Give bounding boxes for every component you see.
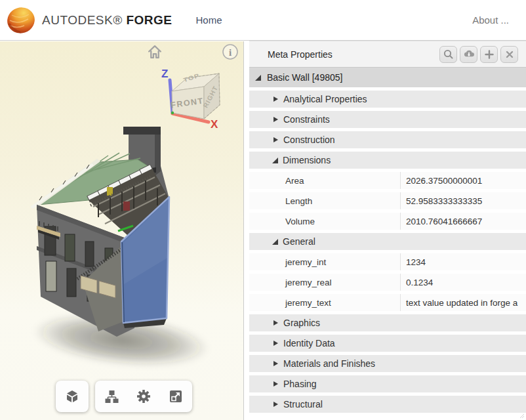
- home-icon: [146, 43, 163, 60]
- plus-icon: [483, 48, 496, 61]
- fullscreen-button[interactable]: [161, 382, 190, 411]
- cloud-download-icon: [462, 48, 475, 61]
- x-axis-label: X: [211, 118, 218, 131]
- panel-toolbar: [439, 46, 518, 63]
- property-row-jeremy-int[interactable]: jeremy_int 1234: [249, 253, 526, 270]
- property-row-jeremy-text[interactable]: jeremy_text text value updated in forge …: [249, 294, 526, 311]
- z-axis-label: Z: [161, 68, 168, 80]
- triangle-collapsed-icon: [273, 117, 278, 122]
- triangle-collapsed-icon: [273, 341, 278, 346]
- tree-section-materials-and-finishes[interactable]: Materials and Finishes: [249, 355, 526, 372]
- property-value: 0.1234: [400, 274, 526, 291]
- section-label: Structural: [283, 399, 323, 410]
- property-name: Volume: [249, 213, 400, 230]
- tree-section-construction[interactable]: Construction: [249, 131, 526, 148]
- property-name: jeremy_int: [249, 253, 400, 270]
- search-icon: [442, 48, 455, 61]
- root-label: Basic Wall [49805]: [267, 72, 342, 83]
- model-structure-button[interactable]: [97, 382, 126, 411]
- model-structure-icon: [104, 388, 119, 404]
- tree-section-graphics[interactable]: Graphics: [249, 314, 526, 331]
- tower-cap: [123, 127, 161, 135]
- property-row-jeremy-real[interactable]: jeremy_real 0.1234: [249, 274, 526, 291]
- tree-section-structural[interactable]: Structural: [249, 396, 526, 413]
- triangle-expanded-icon: [272, 239, 278, 245]
- meta-properties-panel: Meta Properties: [249, 41, 526, 420]
- triangle-collapsed-icon: [273, 137, 278, 142]
- settings-gear-icon: [136, 388, 152, 404]
- property-value: 2010.76041666667: [400, 213, 526, 230]
- forge-viewer-app: AUTODESK® FORGE Home About ...: [0, 0, 526, 420]
- tree-section-phasing[interactable]: Phasing: [249, 375, 526, 392]
- triangle-expanded-icon: [272, 158, 278, 163]
- add-button[interactable]: [480, 46, 498, 63]
- y-axis-origin-dot: [171, 112, 174, 114]
- property-value: text value updated in forge a: [400, 294, 526, 311]
- view-cube[interactable]: Z X TOP FRONT RIGHT: [156, 61, 230, 132]
- info-icon: i: [222, 43, 239, 60]
- home-view-button[interactable]: [146, 43, 164, 61]
- top-nav: AUTODESK® FORGE Home About ...: [0, 0, 526, 41]
- svg-text:i: i: [229, 47, 232, 58]
- panel-title: Meta Properties: [268, 49, 333, 60]
- property-value: 52.9583333333335: [400, 192, 526, 209]
- section-label: Dimensions: [283, 155, 331, 165]
- panel-resize-grip[interactable]: [519, 413, 525, 419]
- brand-autodesk: AUTODESK®: [42, 13, 123, 27]
- tree-section-constraints[interactable]: Constraints: [249, 111, 526, 128]
- property-value: 2026.37500000001: [400, 172, 526, 189]
- triangle-collapsed-icon: [273, 381, 278, 387]
- model-tools-button[interactable]: [58, 382, 87, 411]
- section-label: Analytical Properties: [283, 94, 367, 104]
- model-cube-icon: [64, 388, 80, 404]
- tree-section-identity-data[interactable]: Identity Data: [249, 335, 526, 352]
- property-name: Length: [249, 192, 400, 209]
- toolbar-group-tools: [95, 381, 192, 412]
- nav-link-about[interactable]: About ...: [472, 14, 509, 26]
- section-label: Materials and Finishes: [283, 358, 375, 369]
- tree-section-analytical-properties[interactable]: Analytical Properties: [249, 91, 526, 108]
- property-name: Area: [249, 172, 400, 189]
- cloud-download-button[interactable]: [460, 46, 477, 63]
- nav-link-home[interactable]: Home: [196, 14, 222, 26]
- section-label: Phasing: [283, 379, 317, 389]
- close-button[interactable]: [500, 46, 518, 63]
- tree-section-dimensions[interactable]: Dimensions: [249, 152, 526, 169]
- property-row-length[interactable]: Length 52.9583333333335: [249, 192, 526, 209]
- info-button[interactable]: i: [222, 43, 239, 60]
- triangle-collapsed-icon: [273, 402, 278, 407]
- brand-title: AUTODESK® FORGE: [42, 13, 172, 28]
- property-row-area[interactable]: Area 2026.37500000001: [249, 172, 526, 189]
- property-name: jeremy_real: [249, 274, 400, 291]
- search-button[interactable]: [439, 46, 457, 63]
- section-label: Graphics: [283, 318, 320, 328]
- tree-section-general[interactable]: General: [249, 233, 526, 250]
- viewer-toolbar: [0, 381, 244, 412]
- property-name: jeremy_text: [249, 294, 400, 311]
- tree-root-basic-wall[interactable]: Basic Wall [49805]: [249, 68, 526, 87]
- property-value: 1234: [400, 253, 526, 270]
- triangle-collapsed-icon: [273, 361, 278, 366]
- close-icon: [503, 48, 516, 61]
- brand-forge: FORGE: [126, 13, 172, 27]
- section-label: Construction: [283, 135, 335, 145]
- fullscreen-icon: [168, 388, 184, 404]
- viewer-canvas[interactable]: i Z X TOP FRONT RIGHT: [0, 41, 244, 420]
- autodesk-logo-icon: [7, 6, 35, 35]
- property-row-volume[interactable]: Volume 2010.76041666667: [249, 213, 526, 230]
- settings-button[interactable]: [129, 382, 158, 411]
- section-label: Identity Data: [283, 338, 335, 348]
- triangle-expanded-icon: [255, 75, 261, 81]
- section-label: General: [283, 236, 315, 247]
- triangle-collapsed-icon: [273, 96, 278, 102]
- toolbar-group-model: [56, 381, 89, 412]
- triangle-collapsed-icon: [273, 320, 278, 326]
- section-label: Constraints: [283, 114, 330, 125]
- panel-header: Meta Properties: [249, 41, 526, 68]
